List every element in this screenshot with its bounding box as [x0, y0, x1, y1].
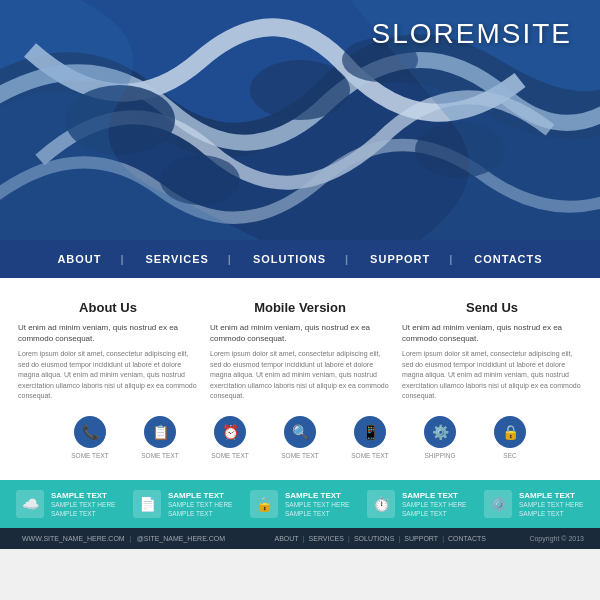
sendus-lead: Ut enim ad minim veniam, quis nostrud ex… [402, 322, 582, 344]
search-icon: 🔍 [284, 416, 316, 448]
security-icon: 🔒 [250, 490, 278, 518]
teal-text-0: SAMPLE TEXT SAMPLE TEXT HERE SAMPLE TEXT [51, 491, 116, 518]
hero-section: SLOREMSITE [0, 0, 600, 240]
footer-website[interactable]: WWW.SITE_NAME_HERE.COM [16, 535, 131, 542]
teal-text-4: SAMPLE TEXT SAMPLE TEXT HERE SAMPLE TEXT [519, 491, 584, 518]
teal-item-4[interactable]: ⚙️ SAMPLE TEXT SAMPLE TEXT HERE SAMPLE T… [484, 490, 584, 518]
nav-about[interactable]: ABOUT [35, 253, 123, 265]
footer-links: WWW.SITE_NAME_HERE.COM @SITE_NAME_HERE.C… [16, 535, 231, 542]
icon-phone[interactable]: 📞 SOME TEXT [60, 416, 120, 460]
about-heading: About Us [18, 300, 198, 315]
content-section: About Us Ut enim ad minim veniam, quis n… [0, 278, 600, 480]
footer-contacts[interactable]: CONTACTS [443, 535, 491, 542]
mobile-label: SOME TEXT [351, 452, 388, 460]
mobile-body: Lorem ipsum dolor sit amet, consectetur … [210, 349, 390, 402]
footer-support[interactable]: SUPPORT [399, 535, 443, 542]
phone-label: SOME TEXT [71, 452, 108, 460]
lock-label: SEC [503, 452, 516, 460]
footer-services[interactable]: SERVICES [304, 535, 349, 542]
clipboard-icon: 📋 [144, 416, 176, 448]
mobile-lead: Ut enim ad minim veniam, quis nostrud ex… [210, 322, 390, 344]
icon-mobile[interactable]: 📱 SOME TEXT [340, 416, 400, 460]
footer-email[interactable]: @SITE_NAME_HERE.COM [131, 535, 231, 542]
icons-row: 📞 SOME TEXT 📋 SOME TEXT ⏰ SOME TEXT 🔍 SO… [0, 402, 600, 466]
mobile-icon: 📱 [354, 416, 386, 448]
shipping-label: SHIPPING [424, 452, 455, 460]
icon-clipboard[interactable]: 📋 SOME TEXT [130, 416, 190, 460]
hero-title: SLOREMSITE [372, 18, 572, 50]
footer-nav: ABOUT SERVICES SOLUTIONS SUPPORT CONTACT… [269, 535, 491, 542]
settings-icon: ⚙️ [484, 490, 512, 518]
footer-copyright: Copyright © 2013 [529, 535, 584, 542]
clock-label: SOME TEXT [211, 452, 248, 460]
about-lead: Ut enim ad minim veniam, quis nostrud ex… [18, 322, 198, 344]
teal-text-3: SAMPLE TEXT SAMPLE TEXT HERE SAMPLE TEXT [402, 491, 467, 518]
teal-text-1: SAMPLE TEXT SAMPLE TEXT HERE SAMPLE TEXT [168, 491, 233, 518]
nav-support[interactable]: SUPPORT [348, 253, 452, 265]
cloud-icon: ☁️ [16, 490, 44, 518]
footer: WWW.SITE_NAME_HERE.COM @SITE_NAME_HERE.C… [0, 528, 600, 549]
teal-item-3[interactable]: ⏱️ SAMPLE TEXT SAMPLE TEXT HERE SAMPLE T… [367, 490, 467, 518]
nav-solutions[interactable]: SOLUTIONS [231, 253, 348, 265]
icon-lock[interactable]: 🔒 SEC [480, 416, 540, 460]
lock-icon: 🔒 [494, 416, 526, 448]
content-columns: About Us Ut enim ad minim veniam, quis n… [0, 300, 600, 402]
phone-icon: 📞 [74, 416, 106, 448]
icon-search[interactable]: 🔍 SOME TEXT [270, 416, 330, 460]
footer-about[interactable]: ABOUT [269, 535, 303, 542]
nav-contacts[interactable]: CONTACTS [452, 253, 564, 265]
sendus-heading: Send Us [402, 300, 582, 315]
about-body: Lorem ipsum dolor sit amet, consectetur … [18, 349, 198, 402]
about-column: About Us Ut enim ad minim veniam, quis n… [18, 300, 198, 402]
icon-shipping[interactable]: ⚙️ SHIPPING [410, 416, 470, 460]
clipboard-label: SOME TEXT [141, 452, 178, 460]
teal-item-1[interactable]: 📄 SAMPLE TEXT SAMPLE TEXT HERE SAMPLE TE… [133, 490, 233, 518]
nav-items: ABOUT SERVICES SOLUTIONS SUPPORT CONTACT… [35, 253, 564, 265]
sendus-column: Send Us Ut enim ad minim veniam, quis no… [402, 300, 582, 402]
teal-text-2: SAMPLE TEXT SAMPLE TEXT HERE SAMPLE TEXT [285, 491, 350, 518]
teal-banner: ☁️ SAMPLE TEXT SAMPLE TEXT HERE SAMPLE T… [0, 480, 600, 528]
footer-solutions[interactable]: SOLUTIONS [349, 535, 399, 542]
timer-icon: ⏱️ [367, 490, 395, 518]
clock-icon: ⏰ [214, 416, 246, 448]
main-nav: ABOUT SERVICES SOLUTIONS SUPPORT CONTACT… [0, 240, 600, 278]
search-label: SOME TEXT [281, 452, 318, 460]
teal-item-0[interactable]: ☁️ SAMPLE TEXT SAMPLE TEXT HERE SAMPLE T… [16, 490, 116, 518]
mobile-heading: Mobile Version [210, 300, 390, 315]
svg-point-2 [250, 60, 350, 120]
document-icon: 📄 [133, 490, 161, 518]
sendus-body: Lorem ipsum dolor sit amet, consectetur … [402, 349, 582, 402]
nav-services[interactable]: SERVICES [124, 253, 231, 265]
mobile-column: Mobile Version Ut enim ad minim veniam, … [210, 300, 390, 402]
shipping-icon: ⚙️ [424, 416, 456, 448]
teal-item-2[interactable]: 🔒 SAMPLE TEXT SAMPLE TEXT HERE SAMPLE TE… [250, 490, 350, 518]
icon-clock[interactable]: ⏰ SOME TEXT [200, 416, 260, 460]
